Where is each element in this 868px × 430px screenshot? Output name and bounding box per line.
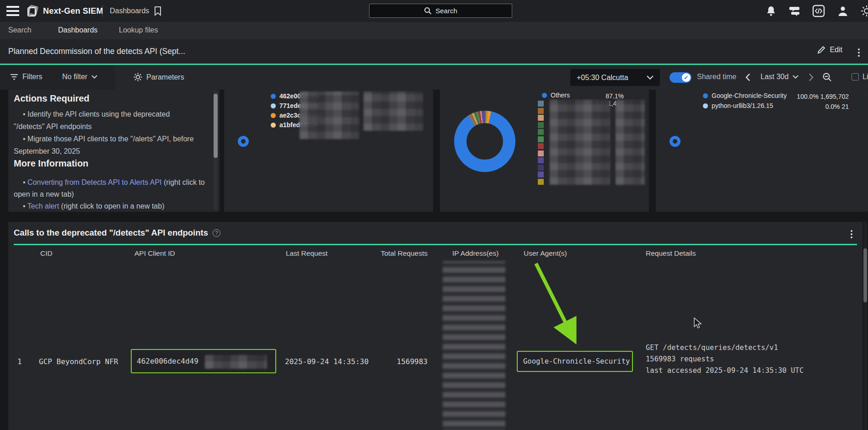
global-search-input[interactable]: Search: [369, 4, 512, 18]
top-navbar: Next-Gen SIEM Dashboards Search: [0, 0, 868, 22]
navbar-icons: [766, 0, 868, 22]
nav-divider: [102, 5, 103, 17]
zoom-out-icon[interactable]: [822, 72, 832, 82]
tab-dashboards[interactable]: Dashboards: [58, 26, 97, 34]
filters-button[interactable]: Filters: [10, 73, 43, 81]
redacted-region: [616, 100, 645, 185]
search-icon: [424, 7, 432, 15]
col-header-ip-addresses[interactable]: IP Address(es): [452, 249, 498, 258]
converting-detects-link[interactable]: Converting from Detects API to Alerts AP…: [27, 178, 161, 186]
panel-user-agents: Google-Chronicle-Security 100.0% 1,695,7…: [656, 90, 868, 212]
time-back-chevron-icon[interactable]: [745, 73, 750, 81]
legend-swatch: [538, 136, 544, 142]
clients-mini-donut-chart[interactable]: [238, 136, 249, 147]
panel-actions-required: Actions Required Identify the API client…: [8, 90, 220, 212]
legend-swatch: [538, 165, 544, 171]
help-icon[interactable]: ?: [213, 229, 220, 237]
tab-lookup-files[interactable]: Lookup files: [119, 26, 158, 34]
gear-icon: [134, 73, 142, 81]
legend-label: python-urllib3/1.26.15: [712, 102, 773, 109]
time-forward-chevron-icon[interactable]: [809, 73, 814, 81]
chevron-down-icon: [647, 75, 654, 80]
toggle-check-icon: ✓: [682, 73, 691, 82]
scrollbar-thumb[interactable]: [214, 94, 218, 158]
dashboard-more-menu[interactable]: [858, 48, 860, 57]
col-header-cid[interactable]: CID: [40, 249, 53, 258]
legend-item[interactable]: Google-Chronicle-Security: [703, 92, 787, 99]
page-scrollbar[interactable]: [863, 222, 867, 430]
siem-dashboard-app: Next-Gen SIEM Dashboards Search: [0, 0, 868, 430]
cell-user-agent: Google-Chronicle-Security: [523, 357, 630, 366]
cell-cid: GCP BeyondCorp NFR: [39, 357, 118, 366]
bookmark-icon[interactable]: [154, 6, 162, 16]
cell-request-details: GET /detects/queries/detects/v1 1569983 …: [646, 342, 804, 376]
redacted-region: [300, 91, 359, 139]
col-header-last-request[interactable]: Last Request: [286, 249, 327, 258]
request-detail-line: GET /detects/queries/detects/v1: [646, 342, 804, 354]
shared-time-label: Shared time: [697, 73, 736, 81]
tech-alert-link[interactable]: Tech alert: [27, 202, 59, 210]
actions-required-heading: Actions Required: [14, 93, 90, 104]
cell-last-request: 2025-09-24 14:35:30: [285, 357, 369, 366]
request-detail-line: last accessed 2025-09-24 14:35:30 UTC: [646, 365, 804, 376]
support-chat-icon[interactable]: [788, 5, 800, 16]
more-information-list: Converting from Detects API to Alerts AP…: [14, 177, 208, 212]
timezone-select[interactable]: +05:30 Calcutta: [570, 69, 660, 86]
time-range-dropdown[interactable]: Last 30d: [761, 73, 798, 81]
col-header-api-client-id[interactable]: API Client ID: [134, 249, 175, 258]
legend-swatch: [538, 150, 544, 156]
edit-button[interactable]: Edit: [817, 46, 842, 54]
menu-icon[interactable]: [6, 6, 20, 16]
table-more-menu[interactable]: [851, 230, 852, 238]
legend-item[interactable]: python-urllib3/1.26.15: [703, 102, 773, 109]
legend-swatch: [538, 108, 544, 114]
secondary-nav: Search Dashboards Lookup files: [0, 22, 868, 39]
panel-scrollbar[interactable]: [214, 91, 218, 210]
parameters-button[interactable]: Parameters: [134, 73, 184, 81]
redacted-region: [364, 91, 423, 131]
filter-bar: Filters No filter Parameters +05:30 Calc…: [0, 65, 868, 90]
legend-dot: [271, 123, 276, 128]
highlighted-api-client-id-box[interactable]: 462e006dec4d49: [131, 349, 276, 373]
search-placeholder: Search: [435, 7, 457, 15]
row-index: 1: [17, 357, 22, 366]
time-range-value: Last 30d: [761, 73, 788, 81]
legend-value: 0.0% 21: [793, 103, 849, 110]
request-detail-line: 1569983 requests: [646, 354, 804, 365]
legend-label: Others: [551, 91, 570, 99]
donut-hole: [466, 123, 503, 160]
tab-search[interactable]: Search: [8, 26, 32, 34]
legend-swatch: [538, 115, 544, 121]
agents-mini-donut-chart[interactable]: [670, 136, 680, 147]
col-header-user-agents[interactable]: User Agent(s): [524, 249, 567, 258]
user-profile-icon[interactable]: [837, 5, 849, 17]
legend-item-others[interactable]: Others: [542, 91, 570, 99]
cell-total-requests: 1569983: [380, 357, 428, 366]
legend-swatch: [538, 179, 544, 185]
legend-swatch: [538, 172, 544, 177]
shared-time-toggle[interactable]: ✓: [670, 72, 691, 83]
col-header-request-details[interactable]: Request Details: [646, 249, 696, 258]
chevron-down-icon: [793, 75, 798, 79]
endpoints-donut-chart[interactable]: [454, 111, 515, 172]
legend-swatch: [538, 143, 544, 149]
highlighted-user-agent-box[interactable]: Google-Chronicle-Security: [517, 351, 633, 372]
api-code-icon[interactable]: [812, 5, 825, 17]
chevron-down-icon: [91, 75, 97, 79]
more-information-heading: More Information: [14, 158, 88, 169]
notifications-bell-icon[interactable]: [766, 5, 777, 17]
redacted-ip-column: [443, 261, 505, 430]
live-checkbox[interactable]: [852, 73, 859, 81]
col-header-total-requests[interactable]: Total Requests: [366, 249, 428, 258]
info-link-item: Converting from Detects API to Alerts AP…: [14, 177, 208, 200]
redacted-region: [550, 100, 610, 185]
filters-label: Filters: [22, 73, 43, 81]
nav-section-dashboards[interactable]: Dashboards: [110, 7, 149, 15]
filter-dropdown[interactable]: No filter: [62, 73, 97, 81]
scrollbar-thumb[interactable]: [863, 248, 867, 302]
action-item: Identify the API clients using the depre…: [14, 108, 202, 133]
redacted-region: [205, 355, 267, 369]
legend-dot: [271, 113, 276, 118]
theme-sun-icon[interactable]: [861, 5, 868, 17]
table-title-text: Calls to the deprecated "/detects" API e…: [14, 228, 208, 238]
